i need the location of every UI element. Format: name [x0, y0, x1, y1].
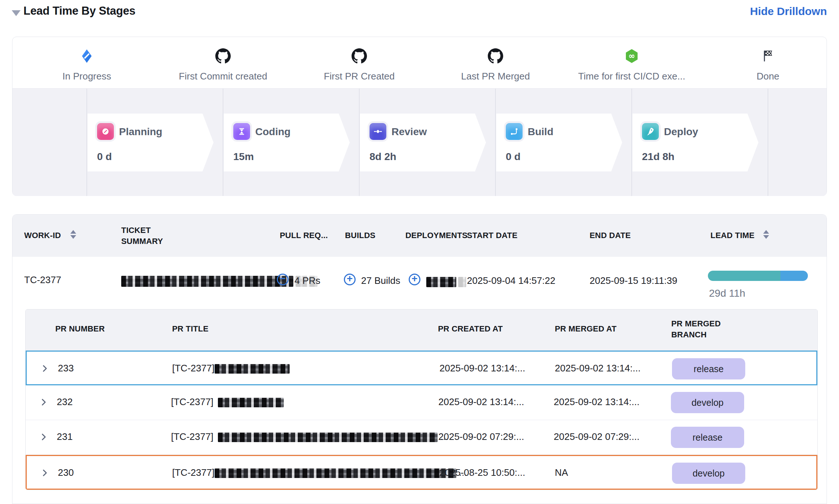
milestone-label: First Commit created	[164, 71, 282, 82]
pr-created-at: 2025-09-02 07:29:...	[438, 431, 524, 442]
milestone-label: Last PR Merged	[437, 71, 554, 82]
milestone-in-progress: In Progress	[28, 47, 145, 82]
pr-created-at: 2025-09-02 13:14:...	[439, 363, 525, 374]
deployments-count-redacted	[426, 276, 466, 287]
checkered-flag-icon	[761, 47, 775, 66]
lane-divider	[631, 89, 632, 196]
col-pr-title: PR TITLE	[172, 324, 208, 334]
col-end-date: END DATE	[590, 231, 631, 240]
lane-divider	[495, 89, 496, 196]
pr-number: 231	[57, 431, 73, 442]
pen-icon	[97, 123, 114, 140]
pr-row-233[interactable]: 233 [TC-2377] 2025-09-02 13:14:... 2025-…	[26, 351, 817, 385]
expand-row-icon[interactable]	[40, 468, 49, 478]
milestone-label: In Progress	[28, 71, 145, 82]
hide-drilldown-link[interactable]: Hide Drilldown	[750, 5, 827, 18]
milestone-last-pr-merged: Last PR Merged	[437, 47, 554, 82]
col-pr-merged-at: PR MERGED AT	[555, 324, 617, 334]
pr-merged-at: 2025-09-02 07:29:...	[554, 431, 639, 442]
github-icon	[352, 47, 367, 66]
lead-time-value: 29d 11h	[709, 288, 745, 299]
stage-deploy: Deploy 21d 8h	[632, 114, 758, 171]
stage-name: Deploy	[664, 126, 698, 138]
col-pr-merged-branch: PR MERGED BRANCH	[671, 318, 734, 340]
pr-title-redacted: [TC-2377]	[171, 396, 287, 408]
stage-name: Planning	[119, 126, 162, 138]
pr-title-redacted: [TC-2377]...	[172, 467, 467, 478]
page-title: Lead Time By Stages	[23, 4, 135, 18]
col-start-date: START DATE	[467, 231, 517, 240]
milestone-label: Done	[709, 71, 827, 82]
col-lead-time: LEAD TIME	[710, 231, 754, 240]
col-pr-created-at: PR CREATED AT	[438, 324, 503, 334]
sort-work-id-icon[interactable]	[70, 230, 76, 239]
collapse-prs-button[interactable]	[277, 274, 289, 285]
expand-deployments-button[interactable]	[409, 274, 420, 285]
in-progress-icon	[79, 47, 94, 66]
milestone-done: Done	[709, 47, 827, 82]
work-table-header: WORK-ID TICKET SUMMARY PULL REQ... BUILD…	[12, 215, 827, 257]
stage-duration: 21d 8h	[642, 151, 675, 163]
pr-number: 232	[57, 396, 73, 408]
stage-name: Coding	[255, 126, 290, 138]
end-date-value: 2025-09-15 19:11:39	[590, 275, 677, 286]
stage-planning: Planning 0 d	[88, 114, 214, 171]
stage-duration: 0 d	[97, 151, 112, 163]
work-item-row[interactable]: TC-2377 4 PRs 27 Builds 2025-09-04 14:57…	[12, 257, 827, 301]
section-header: Lead Time By Stages Hide Drilldown	[0, 0, 839, 26]
stage-name: Build	[528, 126, 553, 138]
hourglass-icon	[233, 123, 250, 140]
sort-lead-time-icon[interactable]	[763, 230, 769, 239]
route-icon	[506, 123, 523, 140]
pr-merged-at: 2025-09-02 13:14:...	[555, 363, 641, 374]
svg-text:∞: ∞	[628, 51, 635, 60]
pr-title-redacted: [TC-2377]	[172, 363, 293, 374]
start-date-value: 2025-09-04 14:57:22	[467, 275, 555, 286]
stage-name: Review	[391, 126, 427, 138]
col-pull-requests: PULL REQ...	[280, 231, 328, 240]
branch-badge: release	[672, 358, 745, 379]
lane-divider	[768, 89, 768, 196]
stage-duration: 15m	[233, 151, 254, 163]
col-work-id: WORK-ID	[24, 231, 61, 240]
expand-row-icon[interactable]	[39, 397, 48, 407]
work-id-value: TC-2377	[24, 274, 61, 286]
pr-row-232[interactable]: 232 [TC-2377] 2025-09-02 13:14:... 2025-…	[26, 385, 817, 420]
github-icon	[488, 47, 503, 66]
pr-number: 230	[58, 467, 74, 478]
branch-badge: release	[671, 427, 744, 448]
lead-time-bar-blue-segment	[780, 271, 808, 281]
stage-build: Build 0 d	[496, 114, 622, 171]
stage-duration: 8d 2h	[370, 151, 396, 163]
lead-time-drilldown-page: Lead Time By Stages Hide Drilldown In Pr…	[0, 0, 839, 504]
expand-builds-button[interactable]	[344, 274, 356, 285]
commit-icon	[370, 123, 386, 140]
expand-row-icon[interactable]	[40, 364, 49, 373]
pr-merged-at: 2025-09-02 13:14:...	[554, 396, 639, 408]
milestone-first-pr: First PR Created	[301, 47, 418, 82]
pr-table: PR NUMBER PR TITLE PR CREATED AT PR MERG…	[25, 309, 818, 490]
pr-created-at: 2025-08-25 10:50:...	[439, 467, 525, 478]
builds-count[interactable]: 27 Builds	[361, 275, 400, 286]
rocket-icon	[642, 123, 659, 140]
lead-time-bar-teal-segment	[708, 271, 780, 281]
branch-badge: develop	[672, 463, 745, 484]
col-pr-number: PR NUMBER	[55, 324, 105, 334]
stage-coding: Coding 15m	[224, 114, 350, 171]
cicd-icon: ∞	[624, 47, 639, 66]
pull-requests-count[interactable]: 4 PRs	[294, 275, 320, 286]
pr-row-230[interactable]: 230 [TC-2377]... 2025-08-25 10:50:... NA…	[26, 455, 817, 490]
col-ticket-summary: TICKET SUMMARY	[121, 225, 176, 247]
github-icon	[215, 47, 231, 66]
stages-panel: In Progress First Commit created First P…	[12, 37, 827, 196]
pr-row-231[interactable]: 231 [TC-2377]... 2025-09-02 07:29:... 20…	[26, 420, 817, 455]
lane-divider	[86, 89, 87, 196]
milestone-label: Time for first CI/CD exe...	[573, 71, 690, 82]
pr-title-redacted: [TC-2377]...	[171, 431, 448, 442]
expand-row-icon[interactable]	[39, 432, 48, 442]
lane-divider	[359, 89, 360, 196]
stage-duration: 0 d	[506, 151, 520, 163]
stage-review: Review 8d 2h	[360, 114, 486, 171]
collapse-arrow-icon[interactable]	[12, 10, 21, 16]
pr-number: 233	[58, 363, 74, 374]
